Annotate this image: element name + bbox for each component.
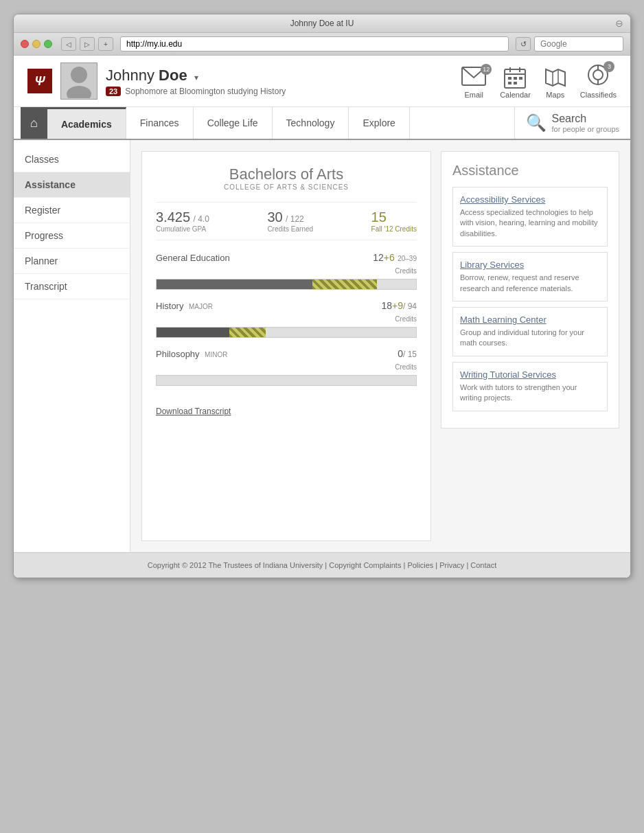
gen-ed-range: 20–39 bbox=[398, 255, 417, 262]
maximize-button[interactable] bbox=[44, 40, 52, 48]
traffic-lights bbox=[21, 40, 52, 48]
tab-technology[interactable]: Technology bbox=[273, 107, 349, 139]
philosophy-section: Philosophy MINOR 0/ 15 Credits bbox=[156, 347, 417, 386]
classifieds-badge: 3 bbox=[603, 61, 614, 72]
sidebar-item-transcript[interactable]: Transcript bbox=[14, 274, 130, 299]
philosophy-earned: 0 bbox=[398, 348, 403, 359]
sidebar-planner-label: Planner bbox=[25, 255, 58, 266]
user-info: Johnny Doe ▾ 23 Sophomore at Bloomington… bbox=[106, 67, 286, 96]
sidebar-item-planner[interactable]: Planner bbox=[14, 249, 130, 274]
email-badge: 12 bbox=[481, 64, 492, 75]
classifieds-label: Classifieds bbox=[580, 91, 617, 99]
forward-button[interactable]: ▷ bbox=[80, 37, 95, 51]
college-subtitle: COLLEGE OF ARTS & SCIENCES bbox=[156, 183, 417, 191]
gpa-stat: 3.425 / 4.0 Cumulative GPA bbox=[156, 209, 209, 233]
history-credits: 18+9/ 94 Credits bbox=[381, 299, 417, 324]
library-services-desc: Borrow, renew, request and reserve resea… bbox=[460, 273, 600, 294]
header-left: Ψ Johnny Doe ▾ 23 Sophomore at B bbox=[27, 62, 286, 100]
refresh-button[interactable]: ↺ bbox=[516, 37, 531, 51]
user-subtitle: 23 Sophomore at Bloomington studying His… bbox=[106, 87, 286, 96]
nav-search[interactable]: 🔍 Search for people or groups bbox=[514, 107, 630, 139]
email-icon-wrapper: 12 bbox=[461, 67, 486, 89]
classifieds-icon-item[interactable]: 3 Classifieds bbox=[580, 64, 617, 99]
history-bar-inner bbox=[157, 328, 416, 337]
user-last-name: Doe bbox=[159, 67, 187, 84]
service-math: Math Learning Center Group and individua… bbox=[452, 307, 608, 356]
philosophy-range: / 15 bbox=[403, 350, 417, 359]
minimize-button[interactable] bbox=[32, 40, 41, 48]
history-title-suffix: MAJOR bbox=[189, 303, 213, 310]
fall-value: 15 bbox=[371, 209, 417, 225]
browser-titlebar: Johnny Doe at IU ⊖ bbox=[14, 14, 630, 33]
user-name: Johnny Doe ▾ bbox=[106, 67, 286, 84]
gen-ed-bar-striped bbox=[312, 279, 378, 289]
content-area: Bachelors of Arts COLLEGE OF ARTS & SCIE… bbox=[130, 140, 630, 552]
writing-tutorial-link[interactable]: Writing Tutorial Services bbox=[460, 369, 600, 380]
gen-ed-title: General Education bbox=[156, 253, 230, 263]
tab-college-life[interactable]: College Life bbox=[194, 107, 273, 139]
gen-ed-credits: 12+6 20–39 Credits bbox=[373, 251, 417, 276]
home-tab[interactable]: ⌂ bbox=[21, 107, 47, 139]
gpa-value: 3.425 bbox=[156, 209, 190, 225]
user-dropdown-arrow[interactable]: ▾ bbox=[194, 73, 198, 82]
credits-value-row: 30 / 122 bbox=[267, 209, 313, 225]
svg-rect-9 bbox=[519, 77, 522, 80]
svg-rect-10 bbox=[508, 82, 511, 84]
philosophy-credits-label: Credits bbox=[395, 363, 417, 371]
sidebar-item-progress[interactable]: Progress bbox=[14, 223, 130, 249]
url-bar[interactable] bbox=[120, 36, 509, 52]
philosophy-title-suffix: MINOR bbox=[205, 351, 227, 358]
maps-icon-item[interactable]: Maps bbox=[544, 67, 566, 99]
tab-academics-label: Academics bbox=[61, 119, 112, 130]
download-transcript-link[interactable]: Download Transcript bbox=[156, 407, 231, 416]
svg-rect-8 bbox=[514, 77, 517, 80]
calendar-icon-item[interactable]: Calendar bbox=[500, 67, 531, 99]
app-header: Ψ Johnny Doe ▾ 23 Sophomore at B bbox=[14, 56, 630, 107]
gen-ed-credits-label: Credits bbox=[395, 267, 417, 275]
svg-point-0 bbox=[71, 67, 87, 83]
math-center-desc: Group and individual tutoring for your m… bbox=[460, 328, 600, 349]
sidebar-item-classes[interactable]: Classes bbox=[14, 147, 130, 172]
new-tab-button[interactable]: + bbox=[98, 37, 113, 51]
gpa-max: / 4.0 bbox=[194, 214, 209, 224]
philosophy-title-main: Philosophy bbox=[156, 349, 200, 359]
philosophy-bar bbox=[156, 375, 417, 386]
gen-ed-header: General Education 12+6 20–39 Credits bbox=[156, 251, 417, 276]
iu-logo: Ψ bbox=[27, 69, 52, 93]
user-avatar bbox=[60, 62, 97, 100]
back-button[interactable]: ◁ bbox=[61, 37, 76, 51]
assistance-panel: Assistance Accessibility Services Access… bbox=[441, 151, 619, 541]
header-icons: 12 Email Cal bbox=[461, 64, 617, 99]
close-button[interactable] bbox=[21, 40, 29, 48]
sidebar-register-label: Register bbox=[25, 205, 60, 216]
history-bar-striped bbox=[229, 328, 266, 337]
tab-academics[interactable]: Academics bbox=[47, 107, 126, 139]
user-first-name: Johnny bbox=[106, 67, 154, 84]
math-center-link[interactable]: Math Learning Center bbox=[460, 315, 600, 325]
stats-row: 3.425 / 4.0 Cumulative GPA 30 / 122 Cred… bbox=[156, 202, 417, 240]
gpa-label: Cumulative GPA bbox=[156, 225, 209, 233]
history-progress: +9 bbox=[392, 300, 403, 311]
tab-explore[interactable]: Explore bbox=[349, 107, 409, 139]
avatar-icon bbox=[65, 64, 93, 98]
history-range: / 94 bbox=[403, 301, 417, 311]
credits-value: 30 bbox=[267, 209, 282, 225]
sidebar-item-assistance[interactable]: Assistance bbox=[14, 172, 130, 198]
sidebar-transcript-label: Transcript bbox=[25, 281, 67, 292]
history-section: History MAJOR 18+9/ 94 Credits bbox=[156, 299, 417, 338]
philosophy-credits: 0/ 15 Credits bbox=[395, 347, 417, 372]
history-bar bbox=[156, 327, 417, 338]
history-title: History MAJOR bbox=[156, 299, 213, 312]
sidebar-classes-label: Classes bbox=[25, 154, 59, 165]
user-status: Sophomore at Bloomington studying Histor… bbox=[125, 87, 286, 96]
library-services-link[interactable]: Library Services bbox=[460, 260, 600, 270]
fall-stat: 15 Fall '12 Credits bbox=[371, 209, 417, 233]
google-search-input[interactable] bbox=[534, 36, 623, 52]
accessibility-services-link[interactable]: Accessibility Services bbox=[460, 194, 600, 205]
sidebar-item-register[interactable]: Register bbox=[14, 198, 130, 223]
email-icon-item[interactable]: 12 Email bbox=[461, 67, 486, 99]
credits-label: Credits Earned bbox=[267, 225, 313, 233]
tab-finances[interactable]: Finances bbox=[126, 107, 194, 139]
tab-finances-label: Finances bbox=[140, 117, 179, 128]
svg-rect-7 bbox=[508, 77, 511, 80]
